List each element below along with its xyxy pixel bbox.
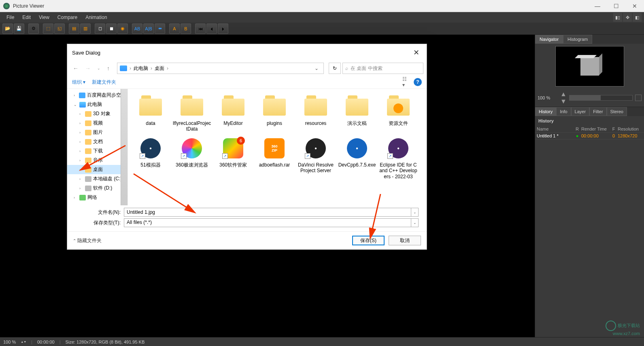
menu-view[interactable]: View bbox=[35, 13, 53, 22]
view-mode-icon[interactable]: ☷ ▾ bbox=[402, 78, 410, 86]
menu-file[interactable]: File bbox=[2, 13, 18, 22]
history-col-res[interactable]: Resolution bbox=[618, 127, 642, 131]
organize-button[interactable]: 组织 ▾ bbox=[72, 79, 85, 86]
history-col-name[interactable]: Name bbox=[537, 127, 573, 131]
filename-input[interactable] bbox=[124, 208, 411, 217]
history-row[interactable]: Untitled 1 * ● 00:00:00 0 1280x720 bbox=[535, 133, 644, 139]
zoom-slider[interactable] bbox=[569, 95, 633, 101]
file-item[interactable]: 演示文稿 bbox=[337, 93, 377, 134]
tab-navigator[interactable]: Navigator bbox=[535, 35, 563, 44]
crumb-thispc[interactable]: 此电脑 bbox=[134, 65, 148, 72]
expand-icon[interactable]: ✥ bbox=[623, 13, 632, 22]
minimize-button[interactable]: — bbox=[588, 0, 607, 12]
render-icon[interactable]: ⚙ bbox=[28, 23, 39, 34]
refresh-icon[interactable]: ↻ bbox=[329, 63, 341, 74]
tree-item[interactable]: ›桌面 bbox=[67, 165, 128, 174]
app-icon bbox=[3, 3, 10, 9]
dialog-close-icon[interactable]: ✕ bbox=[411, 48, 422, 57]
tree-item[interactable]: ›文档 bbox=[67, 137, 128, 146]
file-item[interactable]: 360ZIPadboeflash.rar bbox=[254, 135, 295, 181]
breadcrumb-drop-icon[interactable]: ⌄ bbox=[312, 65, 321, 71]
file-item[interactable]: ●↗DaVinci Resolve Project Server bbox=[295, 135, 336, 181]
menu-compare[interactable]: Compare bbox=[53, 13, 81, 22]
compare-split-icon[interactable]: A|B bbox=[143, 23, 154, 34]
file-item[interactable]: 资源文件 bbox=[378, 93, 419, 134]
file-item[interactable]: data bbox=[130, 93, 171, 134]
file-item[interactable]: MyEditor bbox=[213, 93, 253, 134]
nav-forward-icon[interactable]: → bbox=[83, 63, 93, 73]
help-icon[interactable]: ? bbox=[414, 78, 422, 86]
tab-info[interactable]: Info bbox=[556, 107, 571, 116]
history-col-time[interactable]: Render Time bbox=[581, 127, 610, 131]
files-panel[interactable]: dataIflyrecLocalProjectDataMyEditorplugi… bbox=[128, 89, 427, 205]
tree-item[interactable]: ›图片 bbox=[67, 128, 128, 137]
settings-icon[interactable]: ◧ bbox=[633, 13, 642, 22]
channel-single-icon[interactable]: ◉ bbox=[117, 23, 128, 34]
filename-drop-icon[interactable]: ⌄ bbox=[411, 208, 419, 217]
nav-up-icon[interactable]: ↑ bbox=[104, 63, 112, 73]
channel-a-icon[interactable]: ◼ bbox=[106, 23, 117, 34]
a-icon[interactable]: A bbox=[169, 23, 180, 34]
new-folder-button[interactable]: 新建文件夹 bbox=[92, 79, 116, 86]
file-item[interactable]: ↗360极速浏览器 bbox=[172, 135, 212, 181]
tool1-icon[interactable]: ▤ bbox=[69, 23, 79, 34]
tab-filter[interactable]: Filter bbox=[589, 107, 606, 116]
save-button[interactable]: 保存(S) bbox=[352, 236, 385, 245]
file-item[interactable]: IflyrecLocalProjectData bbox=[172, 93, 212, 134]
nav-first-icon[interactable]: ⏮ bbox=[195, 23, 206, 34]
compare-ab-icon[interactable]: AB bbox=[132, 23, 142, 34]
tree-item[interactable]: ›网络 bbox=[67, 193, 128, 202]
actual-icon[interactable]: ◱ bbox=[54, 23, 65, 34]
cancel-button[interactable]: 取消 bbox=[389, 236, 421, 245]
file-item[interactable]: resources bbox=[295, 93, 336, 134]
crumb-desktop[interactable]: 桌面 bbox=[155, 65, 164, 72]
status-zoom: 100 % bbox=[3, 340, 16, 344]
tree-item[interactable]: ›百度网盘同步空间 bbox=[67, 91, 128, 100]
tab-history[interactable]: History bbox=[535, 107, 556, 116]
folder-tree[interactable]: ›百度网盘同步空间⌄此电脑›3D 对象›视频›图片›文档›下载›音乐›桌面›本地… bbox=[67, 89, 128, 205]
tab-layer[interactable]: Layer bbox=[571, 107, 590, 116]
tree-item[interactable]: ›本地磁盘 (C:) bbox=[67, 174, 128, 184]
channel-rgb-icon[interactable]: ◻ bbox=[95, 23, 105, 34]
breadcrumb[interactable]: › 此电脑 › 桌面 › ⌄ bbox=[117, 63, 324, 74]
navigator-preview[interactable] bbox=[555, 46, 624, 86]
tab-histogram[interactable]: Histogram bbox=[563, 35, 592, 44]
tab-stereo[interactable]: Stereo bbox=[607, 107, 627, 116]
search-input[interactable]: ⌕ 在 桌面 中搜索 bbox=[342, 63, 423, 74]
file-item[interactable]: plugins bbox=[254, 93, 295, 134]
nav-prev-icon[interactable]: ⏴ bbox=[206, 23, 217, 34]
nav-history-icon[interactable]: ⌄ bbox=[95, 65, 103, 72]
filetype-drop-icon[interactable]: ⌄ bbox=[411, 218, 419, 227]
tree-item[interactable]: ›3D 对象 bbox=[67, 109, 128, 118]
tree-item[interactable]: ›音乐 bbox=[67, 156, 128, 165]
tree-item[interactable]: ›下载 bbox=[67, 146, 128, 156]
close-button[interactable]: ✕ bbox=[625, 0, 644, 12]
history-col-f[interactable]: F bbox=[610, 127, 618, 131]
maximize-button[interactable]: ☐ bbox=[607, 0, 625, 12]
file-item[interactable]: ●↗51模拟器 bbox=[130, 135, 171, 181]
tree-item[interactable]: ⌄此电脑 bbox=[67, 100, 128, 109]
tree-item[interactable]: ›软件 (D:) bbox=[67, 184, 128, 193]
layout-icon[interactable]: ▮▯ bbox=[613, 13, 622, 22]
tree-item[interactable]: ›视频 bbox=[67, 118, 128, 128]
file-item[interactable]: 6↗360软件管家 bbox=[213, 135, 253, 181]
nav-back-icon[interactable]: ← bbox=[70, 63, 81, 73]
history-col-r[interactable]: R bbox=[573, 127, 581, 131]
filetype-select[interactable]: All files (*.*) bbox=[124, 218, 411, 227]
save-icon[interactable]: 💾 bbox=[14, 23, 24, 34]
zoom-lock-icon[interactable] bbox=[635, 95, 642, 101]
menu-edit[interactable]: Edit bbox=[18, 13, 35, 22]
zoom-stepper[interactable]: ▲▼ bbox=[560, 91, 567, 105]
fit-icon[interactable]: ⬚ bbox=[43, 23, 53, 34]
menu-animation[interactable]: Animation bbox=[81, 13, 111, 22]
nav-next-icon[interactable]: ⏵ bbox=[218, 23, 228, 34]
compare-wipe-icon[interactable]: ⬌ bbox=[155, 23, 165, 34]
status-zoom-stepper[interactable]: ▲▼ bbox=[21, 340, 26, 343]
file-item[interactable]: ●DevCpp6.7.5.exe bbox=[337, 135, 377, 181]
b-icon[interactable]: B bbox=[181, 23, 191, 34]
hide-folders-toggle[interactable]: 隐藏文件夹 bbox=[73, 237, 102, 244]
tool2-icon[interactable]: ▥ bbox=[80, 23, 91, 34]
file-item[interactable]: ●↗Eclipse IDE for C and C++ Developers -… bbox=[378, 135, 419, 181]
zoom-value: 100 % bbox=[538, 95, 558, 100]
open-icon[interactable]: 📂 bbox=[2, 23, 13, 34]
